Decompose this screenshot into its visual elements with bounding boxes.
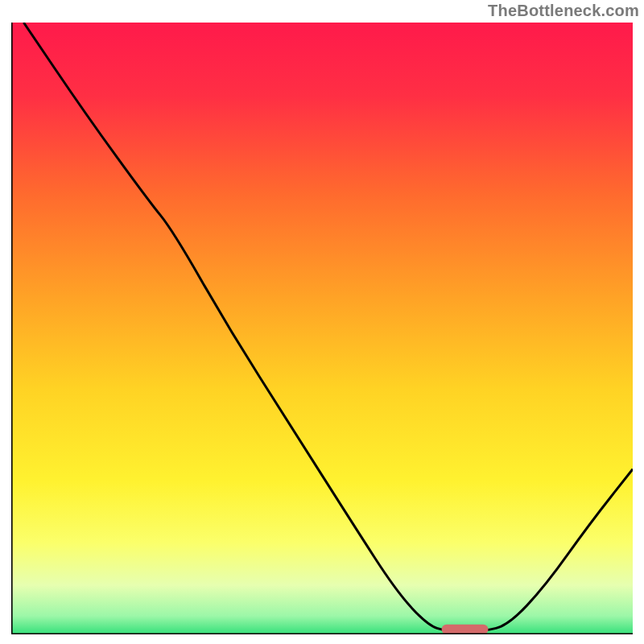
chart-canvas bbox=[11, 23, 633, 634]
chart-svg bbox=[11, 23, 633, 634]
optimal-marker bbox=[442, 625, 489, 634]
watermark-text: TheBottleneck.com bbox=[488, 2, 639, 20]
gradient-background bbox=[11, 23, 633, 634]
